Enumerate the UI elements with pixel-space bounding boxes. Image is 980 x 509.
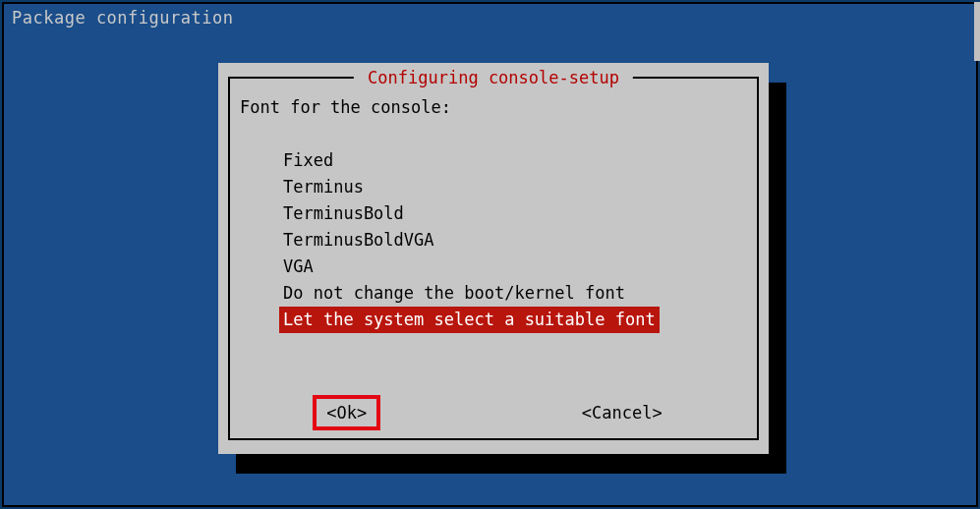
config-dialog: Configuring console-setup Font for the c… — [218, 63, 769, 454]
ok-button[interactable]: <Ok> — [313, 395, 380, 430]
terminal-screen: Package configuration Configuring consol… — [2, 2, 978, 507]
font-option-terminusboldvga[interactable]: TerminusBoldVGA — [283, 227, 434, 254]
dialog-content: Font for the console: Fixed Terminus Ter… — [240, 94, 747, 333]
cancel-button[interactable]: <Cancel> — [576, 401, 668, 424]
dialog-buttons: <Ok> <Cancel> — [218, 401, 769, 424]
font-option-vga[interactable]: VGA — [283, 254, 314, 280]
dialog-prompt: Font for the console: — [240, 94, 747, 121]
font-option-no-change[interactable]: Do not change the boot/kernel font — [283, 280, 625, 307]
scrollbar-thumb[interactable] — [974, 2, 980, 61]
font-option-auto-select[interactable]: Let the system select a suitable font — [279, 307, 660, 333]
font-option-terminus[interactable]: Terminus — [283, 174, 364, 200]
font-option-list: Fixed Terminus TerminusBold TerminusBold… — [283, 147, 747, 333]
dialog-title: Configuring console-setup — [354, 68, 633, 87]
font-option-fixed[interactable]: Fixed — [283, 147, 333, 174]
font-option-terminusbold[interactable]: TerminusBold — [283, 200, 404, 227]
page-title: Package configuration — [4, 4, 976, 31]
